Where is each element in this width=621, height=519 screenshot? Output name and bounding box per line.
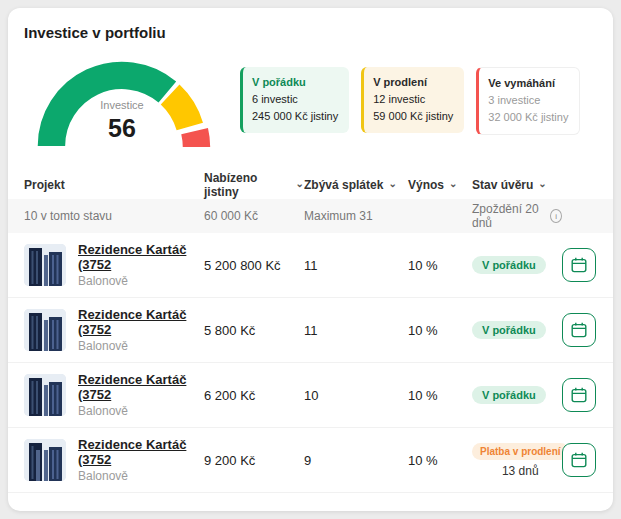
portfolio-card: Investice v portfoliu Investice 56 V poř… [8,8,613,511]
project-subtitle: Balonově [78,274,204,288]
header-projekt: Projekt [24,178,204,192]
investments-gauge: Investice 56 [24,47,220,151]
header-nabizeno-jistiny[interactable]: Nabízeno jistiny ⌄ [204,171,304,199]
table-row[interactable]: Rezidence Kartáč (3752 Balonově 9 200 Kč… [8,428,613,493]
cell-installments: 11 [304,323,408,338]
status-card-count: 6 investic [252,91,338,108]
page-title: Investice v portfoliu [8,8,613,41]
calendar-icon [570,321,588,339]
cell-principal: 5 200 800 Kč [204,258,304,273]
status-card-principal: 59 000 Kč jistiny [373,108,453,125]
status-card-title: Ve vymáhání [488,75,568,92]
header-stav-uveru[interactable]: Stav úvěru ⌄ [472,178,562,192]
status-card-warn: V prodlení 12 investic 59 000 Kč jistiny [361,67,464,133]
investments-table: Projekt Nabízeno jistiny ⌄ Zbývá splátek… [8,171,613,493]
chevron-down-icon[interactable]: ⌄ [538,179,546,189]
summary-principal: 60 000 Kč [204,209,304,223]
project-link[interactable]: Rezidence Kartáč (3752 [78,437,204,467]
cell-yield: 10 % [408,323,472,338]
cell-installments: 10 [304,388,408,403]
project-subtitle: Balonově [78,339,204,353]
status-card-title: V pořádku [252,74,338,91]
cell-installments: 9 [304,453,408,468]
project-link[interactable]: Rezidence Kartáč (3752 [78,307,204,337]
cell-yield: 10 % [408,453,472,468]
calendar-icon [570,256,588,274]
gauge-label: Investice [24,99,220,113]
info-icon[interactable]: i [550,209,562,223]
project-thumbnail [24,309,66,351]
header-zbyva-splatek[interactable]: Zbývá splátek ⌄ [304,178,408,192]
chevron-down-icon[interactable]: ⌄ [388,179,396,189]
status-days-overdue: 13 dnů [502,464,539,478]
gauge-value: 56 [24,113,220,144]
project-link[interactable]: Rezidence Kartáč (3752 [78,242,204,272]
cell-principal: 6 200 Kč [204,388,304,403]
table-row[interactable]: Rezidence Kartáč (3752 Balonově 5 800 Kč… [8,298,613,363]
portfolio-summary-section: Investice 56 V pořádku 6 investic 245 00… [8,41,613,151]
calendar-icon [570,451,588,469]
table-row[interactable]: Rezidence Kartáč (3752 Balonově 5 200 80… [8,233,613,298]
status-badge: Platba v prodlení [472,443,569,460]
project-thumbnail [24,439,66,481]
status-card-ok: V pořádku 6 investic 245 000 Kč jistiny [240,67,349,133]
status-badge: V pořádku [472,386,546,404]
status-legend: V pořádku 6 investic 245 000 Kč jistiny … [240,67,580,151]
project-thumbnail [24,374,66,416]
cell-yield: 10 % [408,388,472,403]
status-card-count: 12 investic [373,91,453,108]
cell-principal: 9 200 Kč [204,453,304,468]
summary-count: 10 v tomto stavu [24,209,204,223]
project-thumbnail [24,244,66,286]
calendar-icon [570,386,588,404]
summary-delay: Zpoždění 20 dnů i [472,202,562,230]
status-badge: V pořádku [472,321,546,339]
project-subtitle: Balonově [78,404,204,418]
status-card-principal: 32 000 Kč jistiny [488,109,568,126]
cell-yield: 10 % [408,258,472,273]
chevron-down-icon[interactable]: ⌄ [449,179,457,189]
status-badge: V pořádku [472,256,546,274]
table-header-row: Projekt Nabízeno jistiny ⌄ Zbývá splátek… [8,171,613,199]
calendar-button[interactable] [562,313,596,347]
cell-principal: 5 800 Kč [204,323,304,338]
summary-installments: Maximum 31 [304,209,408,223]
calendar-button[interactable] [562,248,596,282]
status-card-count: 3 investice [488,92,568,109]
table-summary-row: 10 v tomto stavu 60 000 Kč Maximum 31 Zp… [8,199,613,233]
header-vynos[interactable]: Výnos ⌄ [408,178,472,192]
status-card-danger: Ve vymáhání 3 investice 32 000 Kč jistin… [476,67,580,135]
status-card-principal: 245 000 Kč jistiny [252,108,338,125]
calendar-button[interactable] [562,378,596,412]
project-link[interactable]: Rezidence Kartáč (3752 [78,372,204,402]
cell-installments: 11 [304,258,408,273]
status-card-title: V prodlení [373,74,453,91]
table-row[interactable]: Rezidence Kartáč (3752 Balonově 6 200 Kč… [8,363,613,428]
chevron-down-icon[interactable]: ⌄ [296,179,304,189]
calendar-button[interactable] [562,443,596,477]
project-subtitle: Balonově [78,469,204,483]
